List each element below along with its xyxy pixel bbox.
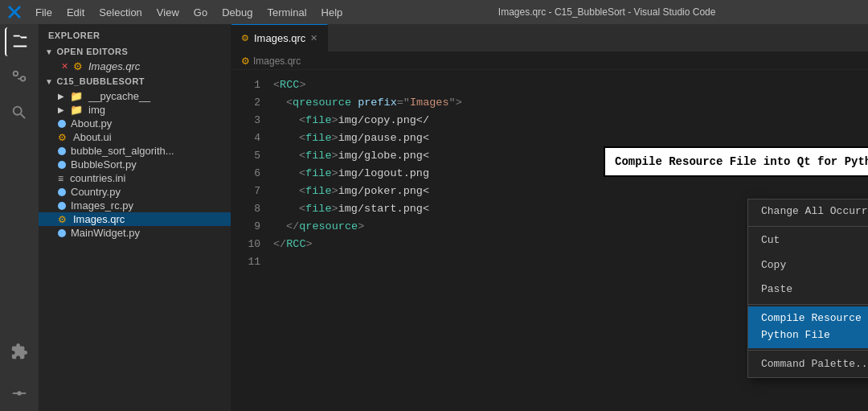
svg-point-1 bbox=[17, 391, 22, 396]
extensions-icon[interactable] bbox=[5, 337, 34, 366]
sidebar-item-images-qrc[interactable]: ⚙ Images.qrc bbox=[39, 212, 231, 226]
sidebar: EXPLORER ▼ OPEN EDITORS ✕ ⚙ Images.qrc ▼… bbox=[39, 24, 231, 411]
sidebar-item-country-py[interactable]: Country.py bbox=[39, 185, 231, 199]
sidebar-item-bubblesort-py[interactable]: BubbleSort.py bbox=[39, 158, 231, 171]
context-cut[interactable]: Cut Ctrl+X bbox=[748, 228, 868, 253]
main-layout: EXPLORER ▼ OPEN EDITORS ✕ ⚙ Images.qrc ▼… bbox=[0, 24, 868, 411]
breadcrumb: ⚙ Images.qrc bbox=[231, 52, 868, 70]
project-arrow: ▼ bbox=[45, 77, 53, 86]
sidebar-header: EXPLORER bbox=[39, 24, 231, 43]
sidebar-item-countries-ini[interactable]: ≡ countries.ini bbox=[39, 171, 231, 185]
context-item-label: Change All Occurrences bbox=[761, 203, 868, 220]
source-control-icon[interactable] bbox=[5, 63, 34, 92]
tab-label: Images.qrc bbox=[254, 32, 305, 44]
xml-icon: ⚙ bbox=[58, 214, 67, 225]
menu-bar: File Edit Selection View Go Debug Termin… bbox=[29, 5, 349, 20]
context-copy[interactable]: Copy Ctrl+C bbox=[748, 253, 868, 278]
tab-bar: ⚙ Images.qrc ✕ bbox=[231, 24, 868, 52]
window-title: Images.qrc - C15_BubbleSort - Visual Stu… bbox=[354, 6, 860, 18]
context-item-label: Command Palette... bbox=[761, 356, 868, 373]
tab-images-qrc[interactable]: ⚙ Images.qrc ✕ bbox=[231, 24, 328, 51]
sidebar-item-bubble-sort[interactable]: bubble_sort_algorith... bbox=[39, 144, 231, 158]
sidebar-item-img[interactable]: ▶ 📁 img bbox=[39, 103, 231, 117]
context-separator-3 bbox=[748, 350, 868, 351]
search-icon[interactable] bbox=[5, 98, 34, 127]
context-item-label: Compile Resource File into Qt for Python… bbox=[761, 310, 868, 344]
line-numbers: 12345 67891011 bbox=[231, 70, 267, 411]
python-icon bbox=[58, 161, 66, 169]
python-icon bbox=[58, 147, 66, 155]
tooltip-box: Compile Resource File into Qt for Python… bbox=[604, 146, 868, 177]
xml-icon: ⚙ bbox=[73, 60, 83, 72]
file-name: bubble_sort_algorith... bbox=[71, 145, 174, 157]
folder-icon: 📁 bbox=[70, 90, 83, 102]
vscode-icon bbox=[8, 6, 21, 18]
file-name: countries.ini bbox=[70, 172, 125, 184]
menu-file[interactable]: File bbox=[29, 5, 59, 20]
context-item-label: Paste bbox=[761, 282, 792, 298]
context-item-label: Copy bbox=[761, 257, 786, 274]
menu-edit[interactable]: Edit bbox=[60, 5, 91, 20]
sidebar-item-about-py[interactable]: About.py bbox=[39, 117, 231, 130]
folder-arrow: ▶ bbox=[58, 92, 64, 101]
xml-icon: ⚙ bbox=[58, 132, 67, 143]
tooltip-text: Compile Resource File into Qt for Python… bbox=[615, 155, 868, 168]
menu-debug[interactable]: Debug bbox=[215, 5, 259, 20]
context-paste[interactable]: Paste Ctrl+V bbox=[748, 277, 868, 302]
context-menu: Change All Occurrences Ctrl+F2 Cut Ctrl+… bbox=[747, 199, 868, 378]
project-name: C15_BUBBLESORT bbox=[56, 76, 145, 86]
python-icon bbox=[58, 188, 66, 196]
python-icon bbox=[58, 120, 66, 128]
context-item-label: Cut bbox=[761, 232, 780, 249]
open-file-name: Images.qrc bbox=[88, 60, 140, 72]
python-icon bbox=[58, 202, 66, 210]
context-separator-2 bbox=[748, 304, 868, 305]
editor-area: ⚙ Images.qrc ✕ ⚙ Images.qrc 12345 678910… bbox=[231, 24, 868, 411]
open-editors-arrow: ▼ bbox=[45, 47, 53, 56]
file-name: MainWidget.py bbox=[71, 227, 140, 239]
folder-icon: 📁 bbox=[70, 104, 83, 116]
menu-view[interactable]: View bbox=[150, 5, 186, 20]
folder-arrow: ▶ bbox=[58, 105, 64, 114]
menu-go[interactable]: Go bbox=[187, 5, 214, 20]
code-editor[interactable]: 12345 67891011 <RCC> <qresource prefix="… bbox=[231, 70, 868, 411]
project-section[interactable]: ▼ C15_BUBBLESORT bbox=[39, 73, 231, 89]
open-file-images-qrc[interactable]: ✕ ⚙ Images.qrc bbox=[39, 60, 231, 73]
tab-close-button[interactable]: ✕ bbox=[310, 33, 317, 43]
ini-icon: ≡ bbox=[58, 173, 63, 184]
breadcrumb-icon: ⚙ bbox=[241, 55, 250, 67]
file-name: __pycache__ bbox=[88, 90, 150, 102]
explorer-icon[interactable] bbox=[5, 27, 34, 56]
xml-tab-icon: ⚙ bbox=[241, 33, 249, 43]
sidebar-item-mainwidget[interactable]: MainWidget.py bbox=[39, 226, 231, 240]
sidebar-item-images-rc[interactable]: Images_rc.py bbox=[39, 199, 231, 212]
python-icon bbox=[58, 229, 66, 237]
context-command-palette[interactable]: Command Palette... Ctrl+Shift+P bbox=[748, 352, 868, 377]
context-compile[interactable]: Compile Resource File into Qt for Python… bbox=[748, 306, 868, 348]
remote-icon[interactable] bbox=[5, 379, 34, 408]
menu-help[interactable]: Help bbox=[315, 5, 350, 20]
close-icon[interactable]: ✕ bbox=[61, 61, 68, 72]
breadcrumb-text: Images.qrc bbox=[253, 55, 301, 67]
file-name: Country.py bbox=[71, 186, 121, 198]
file-name: img bbox=[88, 104, 105, 116]
open-editors-label: OPEN EDITORS bbox=[56, 47, 128, 56]
titlebar: File Edit Selection View Go Debug Termin… bbox=[0, 0, 868, 24]
open-editors-section[interactable]: ▼ OPEN EDITORS bbox=[39, 43, 231, 60]
file-name: Images.qrc bbox=[73, 213, 125, 225]
file-name: BubbleSort.py bbox=[71, 158, 137, 171]
menu-terminal[interactable]: Terminal bbox=[260, 5, 313, 20]
context-separator-1 bbox=[748, 226, 868, 227]
menu-selection[interactable]: Selection bbox=[92, 5, 148, 20]
activity-bar bbox=[0, 24, 39, 411]
file-name: Images_rc.py bbox=[71, 199, 133, 212]
sidebar-item-pycache[interactable]: ▶ 📁 __pycache__ bbox=[39, 89, 231, 103]
context-change-occurrences[interactable]: Change All Occurrences Ctrl+F2 bbox=[748, 199, 868, 224]
file-name: About.py bbox=[71, 117, 112, 129]
sidebar-item-about-ui[interactable]: ⚙ About.ui bbox=[39, 130, 231, 144]
file-name: About.ui bbox=[73, 131, 112, 143]
